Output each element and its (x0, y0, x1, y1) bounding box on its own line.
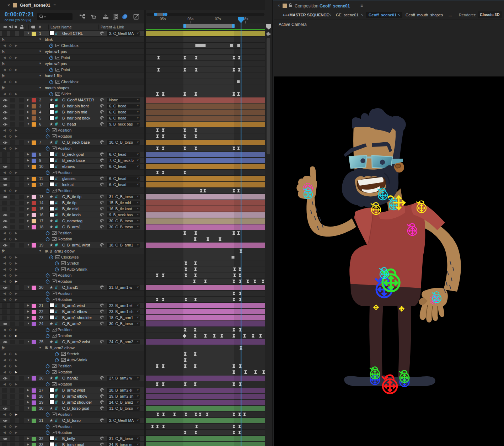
svg-text:05s: 05s (160, 17, 166, 21)
svg-text:06s: 06s (188, 17, 194, 21)
svg-text:07s: 07s (215, 17, 221, 21)
